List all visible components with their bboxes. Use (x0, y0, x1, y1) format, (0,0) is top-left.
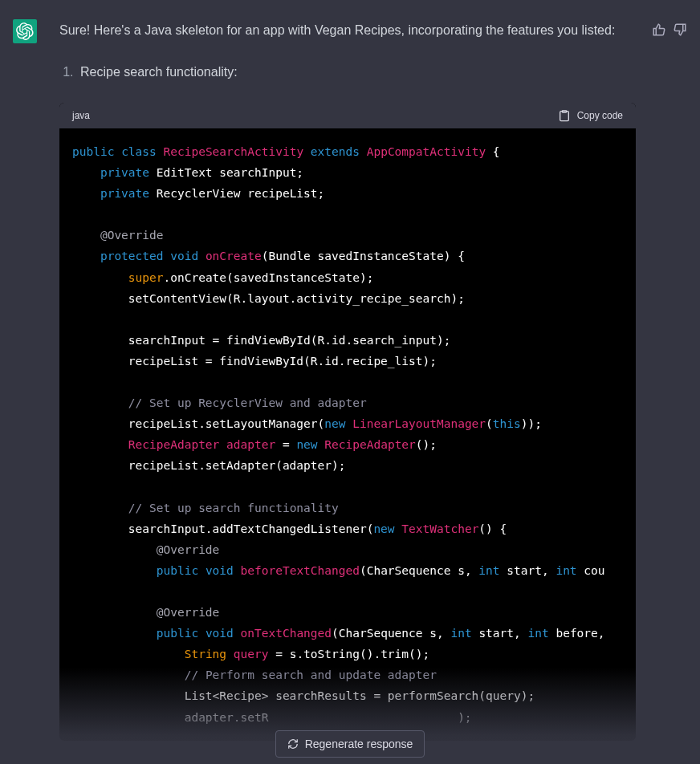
clipboard-icon (558, 109, 571, 122)
feedback-buttons (652, 22, 687, 37)
code-content[interactable]: public class RecipeSearchActivity extend… (59, 128, 636, 741)
code-block-header: java Copy code (59, 103, 636, 128)
copy-code-label: Copy code (577, 110, 623, 121)
thumbs-down-icon[interactable] (673, 22, 687, 37)
code-language-label: java (72, 110, 90, 121)
feature-list: Recipe search functionality: (59, 61, 639, 83)
assistant-intro-text: Sure! Here's a Java skeleton for an app … (59, 19, 639, 42)
feature-list-item: Recipe search functionality: (77, 61, 639, 83)
thumbs-up-icon[interactable] (652, 22, 666, 37)
openai-logo-icon (16, 22, 34, 40)
message-content: Sure! Here's a Java skeleton for an app … (59, 19, 687, 741)
regenerate-label: Regenerate response (305, 738, 413, 750)
regenerate-button[interactable]: Regenerate response (275, 730, 425, 758)
code-block: java Copy code public class RecipeSearch… (59, 103, 636, 741)
svg-rect-0 (562, 111, 566, 112)
assistant-message: Sure! Here's a Java skeleton for an app … (0, 0, 700, 741)
assistant-avatar (13, 19, 37, 43)
refresh-icon (287, 738, 299, 750)
copy-code-button[interactable]: Copy code (558, 109, 623, 122)
